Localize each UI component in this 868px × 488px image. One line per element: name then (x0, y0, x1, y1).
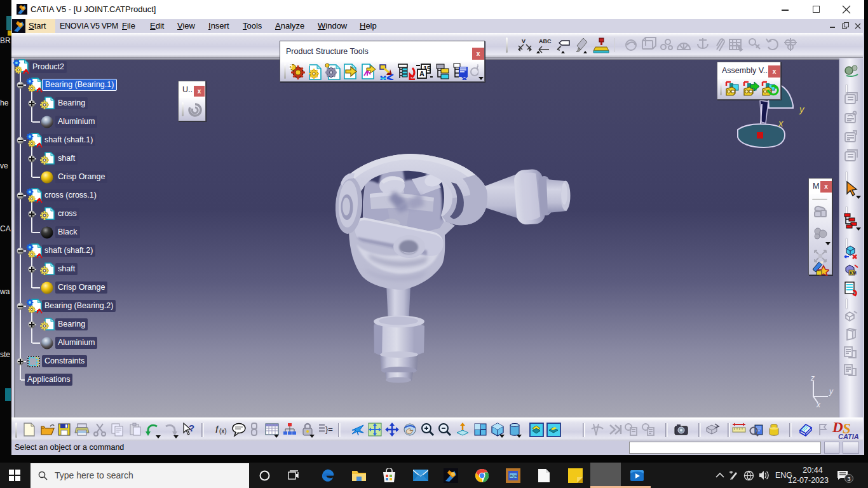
svg-text:V: V (522, 38, 526, 44)
svg-text:ABC: ABC (539, 38, 552, 44)
svg-text:?: ? (189, 423, 194, 433)
svg-text:y: y (829, 387, 834, 396)
svg-text:A: A (419, 70, 424, 78)
svg-text:BQM: BQM (510, 474, 517, 478)
svg-text:x: x (778, 118, 783, 128)
svg-text:KM: KM (850, 271, 857, 275)
svg-text:}=: }= (325, 424, 333, 434)
svg-text:(x): (x) (219, 428, 227, 435)
svg-text:x: x (816, 400, 821, 408)
svg-text:z: z (810, 375, 815, 383)
svg-text:n: n (477, 63, 478, 67)
svg-text:CATIA: CATIA (838, 433, 859, 440)
svg-text:3: 3 (848, 476, 851, 482)
svg-text:y: y (799, 104, 805, 114)
